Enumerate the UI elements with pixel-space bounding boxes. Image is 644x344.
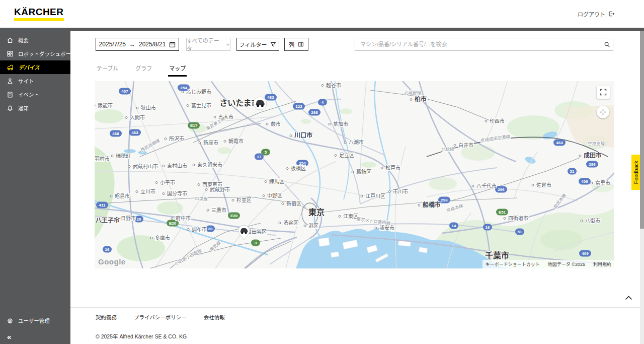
svg-text:411: 411 [99, 203, 106, 208]
map-label: 日野市 [121, 215, 136, 221]
svg-text:3: 3 [255, 241, 257, 245]
route-shield: 407 [119, 88, 131, 95]
date-range-picker[interactable]: 2025/7/25 → 2025/8/21 [96, 38, 179, 51]
sidebar-item-events[interactable]: イベント [0, 88, 70, 101]
scroll-top-button[interactable] [623, 293, 634, 302]
svg-text:254: 254 [299, 161, 306, 166]
route-shield: 14 [449, 223, 458, 229]
view-tabs: テーブル グラフ マップ [96, 63, 187, 77]
sidebar-collapse-button[interactable]: « [7, 332, 11, 341]
sidebar-item-sites[interactable]: サイト [0, 74, 70, 88]
event-icon [7, 91, 14, 98]
place-dot [361, 195, 363, 197]
place-dot [95, 105, 95, 107]
machine-marker-saitama[interactable] [254, 97, 267, 110]
search-icon [604, 41, 610, 48]
tab-map[interactable]: マップ [168, 63, 187, 77]
scrollbar-thumb[interactable] [640, 31, 644, 229]
filter-button[interactable]: フィルター [236, 38, 279, 51]
svg-text:298: 298 [311, 110, 318, 115]
map-label: 東久留米市 [197, 162, 222, 168]
map-label: 中野区 [267, 192, 282, 198]
place-dot [110, 195, 112, 197]
search-button[interactable] [601, 38, 613, 50]
data-scope-value: すべてのデータ [187, 36, 222, 52]
sidebar-item-devices[interactable]: デバイス [0, 60, 70, 74]
tab-graph[interactable]: グラフ [134, 63, 153, 77]
map-canvas[interactable]: 407254463122429846346817254E17541120E202… [95, 81, 614, 268]
map-label: 富士見市 [191, 102, 211, 108]
map-label: 調布市 [192, 226, 207, 232]
map-label: 瑞穂町 [116, 153, 131, 159]
svg-text:409: 409 [582, 251, 589, 256]
data-scope-select[interactable]: すべてのデータ [186, 38, 230, 51]
site-icon [7, 78, 14, 85]
sidebar-item-robot-dashboard[interactable]: ロボットダッシュボード [0, 47, 70, 60]
svg-text:468: 468 [112, 131, 119, 136]
bell-icon [7, 105, 14, 112]
map-label: 京成成田空港線 [480, 134, 511, 143]
route-shield: 5 [261, 149, 270, 156]
place-dot [282, 203, 284, 205]
map-label: 白井市 [458, 142, 473, 148]
footer-link-privacy[interactable]: プライバシーポリシー [134, 313, 187, 321]
svg-text:122: 122 [295, 104, 302, 109]
route-shield: 122 [293, 103, 305, 110]
place-dot [266, 123, 268, 125]
svg-text:E51: E51 [499, 210, 506, 215]
calendar-icon [169, 41, 176, 48]
svg-text:407: 407 [121, 89, 128, 94]
map-label: 成田市 [584, 152, 602, 159]
user-gear-icon [7, 317, 14, 324]
route-shield: E17 [188, 122, 200, 129]
page-scrollbar[interactable] [640, 31, 644, 344]
place-dot [193, 164, 195, 166]
place-dot [182, 91, 184, 93]
place-dot [485, 120, 487, 122]
map-label: 新座市 [203, 140, 218, 146]
fullscreen-icon [600, 89, 607, 96]
map-pan-control[interactable] [597, 106, 609, 118]
terms-link[interactable]: 利用規約 [593, 261, 611, 267]
place-dot [171, 218, 173, 220]
footer-link-company[interactable]: 会社情報 [204, 313, 225, 321]
svg-text:17: 17 [257, 155, 262, 159]
sidebar-item-overview[interactable]: 概要 [0, 33, 70, 47]
place-dot [163, 165, 165, 167]
place-dot [532, 184, 534, 186]
date-end: 2025/8/21 [139, 41, 166, 48]
karcher-logo: KÄRCHER [14, 7, 64, 21]
map-label: 八王子市 [95, 217, 120, 224]
place-dot [198, 184, 200, 186]
sidebar-item-notifications[interactable]: 通知 [0, 101, 70, 115]
map-label: 江東区 [343, 213, 358, 219]
sidebar-item-user-management[interactable]: ユーザー管理 [0, 314, 70, 327]
columns-button[interactable]: 列 [284, 38, 308, 51]
route-shield: 463 [265, 94, 277, 101]
route-shield: 411 [96, 202, 108, 209]
place-dot [187, 229, 189, 231]
place-dot [339, 216, 341, 218]
search-input[interactable] [355, 38, 601, 50]
tab-table[interactable]: テーブル [96, 63, 119, 77]
svg-text:296: 296 [589, 162, 596, 167]
home-icon [7, 37, 14, 44]
place-dot [165, 138, 167, 140]
svg-text:464: 464 [556, 141, 563, 145]
footer-divider [70, 307, 640, 308]
machine-marker-setagaya[interactable] [238, 225, 250, 240]
karcher-logo-text: KÄRCHER [14, 7, 64, 17]
footer-link-contract[interactable]: 契約義務 [96, 313, 117, 321]
map-label: 渋谷区 [283, 220, 298, 226]
logout-icon [608, 11, 615, 17]
feedback-tab[interactable]: Feedback [631, 155, 640, 190]
keyboard-shortcuts-link[interactable]: キーボードショートカット [486, 261, 540, 267]
logout-button[interactable]: ログアウト [578, 10, 615, 18]
map-label: 立川市 [140, 188, 155, 194]
place-dot [199, 142, 201, 144]
map-fullscreen-button[interactable] [597, 86, 610, 99]
map-label: 羽村市 [95, 156, 110, 162]
map-label: 足立区 [339, 152, 354, 158]
place-dot [279, 222, 281, 224]
place-dot [263, 195, 265, 197]
